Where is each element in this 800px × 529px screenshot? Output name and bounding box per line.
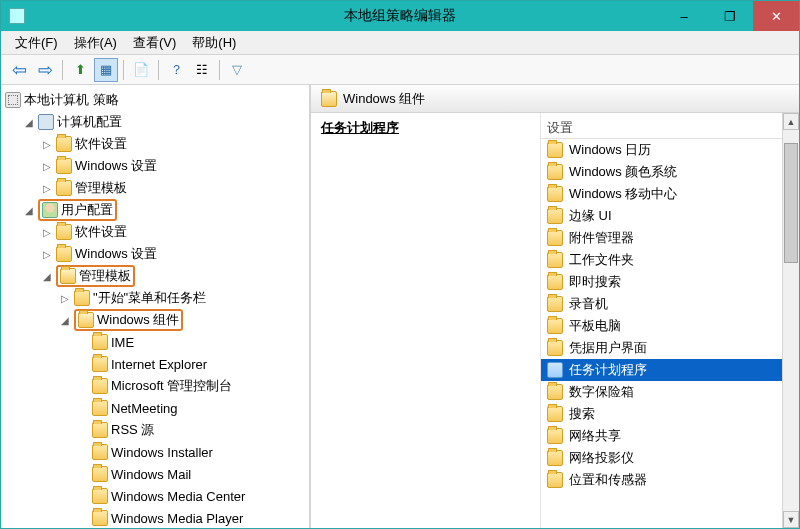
scroll-up-button[interactable]: ▲	[783, 113, 799, 130]
list-item[interactable]: 位置和传感器	[541, 469, 799, 491]
folder-icon	[547, 450, 563, 466]
tree-label: Internet Explorer	[111, 357, 207, 372]
menu-action[interactable]: 操作(A)	[66, 32, 125, 54]
expander-icon[interactable]: ◢	[59, 315, 71, 326]
tree-label: Windows Mail	[111, 467, 191, 482]
tree-ime[interactable]: IME	[75, 331, 307, 353]
tree-start-menu-taskbar[interactable]: ▷"开始"菜单和任务栏	[57, 287, 307, 309]
close-button[interactable]: ✕	[753, 1, 799, 31]
tree-ie[interactable]: Internet Explorer	[75, 353, 307, 375]
selected-item-name: 任务计划程序	[321, 119, 530, 137]
folder-icon	[547, 230, 563, 246]
properties-button[interactable]: ☷	[190, 58, 214, 82]
list-item[interactable]: 任务计划程序	[541, 359, 799, 381]
scroll-thumb[interactable]	[784, 143, 798, 263]
toolbar-separator	[219, 60, 220, 80]
settings-column-header[interactable]: 设置	[541, 117, 799, 139]
scrollbar[interactable]: ▲ ▼	[782, 113, 799, 528]
list-item[interactable]: 录音机	[541, 293, 799, 315]
expander-icon[interactable]: ▷	[59, 293, 71, 304]
tree-win-media-center[interactable]: Windows Media Center	[75, 485, 307, 507]
list-item[interactable]: 边缘 UI	[541, 205, 799, 227]
minimize-button[interactable]: –	[661, 1, 707, 31]
back-button[interactable]: ⇦	[7, 58, 31, 82]
tree-admin-templates[interactable]: ▷管理模板	[39, 177, 307, 199]
tree-windows-settings[interactable]: ▷Windows 设置	[39, 155, 307, 177]
folder-icon	[74, 290, 90, 306]
window-title: 本地组策略编辑器	[344, 7, 456, 25]
expander-icon[interactable]: ◢	[23, 117, 35, 128]
list-item-label: 工作文件夹	[569, 251, 634, 269]
list-item[interactable]: 平板电脑	[541, 315, 799, 337]
tree-ms-console[interactable]: Microsoft 管理控制台	[75, 375, 307, 397]
export-button[interactable]: 📄	[129, 58, 153, 82]
list-item-label: 录音机	[569, 295, 608, 313]
export-icon: 📄	[133, 62, 149, 77]
scroll-down-button[interactable]: ▼	[783, 511, 799, 528]
folder-icon	[547, 362, 563, 378]
expander-icon[interactable]: ▷	[41, 139, 53, 150]
menu-help[interactable]: 帮助(H)	[184, 32, 244, 54]
tree-label: 计算机配置	[57, 113, 122, 131]
folder-icon	[92, 334, 108, 350]
list-item[interactable]: 工作文件夹	[541, 249, 799, 271]
expander-icon[interactable]: ◢	[23, 205, 35, 216]
show-tree-button[interactable]: ▦	[94, 58, 118, 82]
tree-netmeeting[interactable]: NetMeeting	[75, 397, 307, 419]
list-item-label: 边缘 UI	[569, 207, 612, 225]
details-header: Windows 组件	[311, 85, 799, 113]
list-item[interactable]: 搜索	[541, 403, 799, 425]
tree-label: 用户配置	[61, 201, 113, 219]
folder-icon	[56, 224, 72, 240]
tree-win-media-player[interactable]: Windows Media Player	[75, 507, 307, 528]
forward-button[interactable]: ⇨	[33, 58, 57, 82]
list-item-label: 即时搜索	[569, 273, 621, 291]
list-item-label: 凭据用户界面	[569, 339, 647, 357]
folder-icon	[56, 246, 72, 262]
folder-icon	[56, 136, 72, 152]
list-item[interactable]: Windows 颜色系统	[541, 161, 799, 183]
titlebar: 本地组策略编辑器 – ❐ ✕	[1, 1, 799, 31]
tree-rss[interactable]: RSS 源	[75, 419, 307, 441]
expander-icon[interactable]: ▷	[41, 161, 53, 172]
tree-software-settings[interactable]: ▷软件设置	[39, 133, 307, 155]
arrow-right-icon: ⇨	[38, 59, 53, 81]
help-tool-button[interactable]: ？	[164, 58, 188, 82]
up-button[interactable]: ⬆	[68, 58, 92, 82]
list-item[interactable]: Windows 日历	[541, 139, 799, 161]
list-item-label: Windows 颜色系统	[569, 163, 677, 181]
folder-icon	[547, 208, 563, 224]
tree-windows-components[interactable]: ◢ Windows 组件	[57, 309, 307, 331]
expander-icon[interactable]: ◢	[41, 271, 53, 282]
expander-icon[interactable]: ▷	[41, 227, 53, 238]
expander-icon[interactable]: ▷	[41, 249, 53, 260]
maximize-button[interactable]: ❐	[707, 1, 753, 31]
list-item[interactable]: 凭据用户界面	[541, 337, 799, 359]
folder-icon	[56, 180, 72, 196]
tree-computer-config[interactable]: ◢ 计算机配置	[21, 111, 307, 133]
list-item[interactable]: 数字保险箱	[541, 381, 799, 403]
filter-button[interactable]: ▽	[225, 58, 249, 82]
tree-admin-templates-u[interactable]: ◢ 管理模板	[39, 265, 307, 287]
list-item[interactable]: 网络共享	[541, 425, 799, 447]
tree-user-config[interactable]: ◢ 用户配置	[21, 199, 307, 221]
list-item[interactable]: 即时搜索	[541, 271, 799, 293]
tree-label: Microsoft 管理控制台	[111, 377, 232, 395]
list-item-label: 搜索	[569, 405, 595, 423]
menu-file[interactable]: 文件(F)	[7, 32, 66, 54]
list-item[interactable]: 附件管理器	[541, 227, 799, 249]
tree-icon: ▦	[100, 62, 112, 77]
tree-root[interactable]: 本地计算机 策略	[3, 89, 307, 111]
tree-label: "开始"菜单和任务栏	[93, 289, 206, 307]
tree-software-settings-u[interactable]: ▷软件设置	[39, 221, 307, 243]
folder-icon	[92, 422, 108, 438]
tree-win-mail[interactable]: Windows Mail	[75, 463, 307, 485]
tree-label: Windows 组件	[97, 311, 179, 329]
list-item[interactable]: 网络投影仪	[541, 447, 799, 469]
list-item[interactable]: Windows 移动中心	[541, 183, 799, 205]
menu-view[interactable]: 查看(V)	[125, 32, 184, 54]
tree-win-installer[interactable]: Windows Installer	[75, 441, 307, 463]
details-title: Windows 组件	[343, 90, 425, 108]
expander-icon[interactable]: ▷	[41, 183, 53, 194]
tree-windows-settings-u[interactable]: ▷Windows 设置	[39, 243, 307, 265]
